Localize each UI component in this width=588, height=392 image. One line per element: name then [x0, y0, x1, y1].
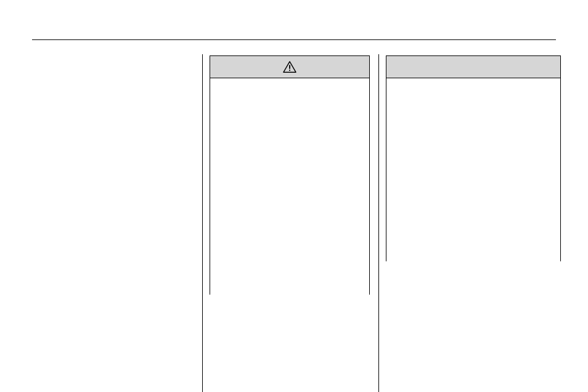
svg-rect-1 — [289, 70, 290, 71]
svg-rect-0 — [289, 65, 290, 68]
callout-box-left — [210, 55, 370, 295]
callout-box-left-header — [210, 56, 369, 78]
column-divider-left — [202, 54, 203, 392]
warning-icon — [283, 61, 296, 73]
callout-box-right-body — [386, 78, 560, 262]
callout-box-right-header — [386, 56, 560, 78]
callout-box-left-body — [210, 78, 369, 295]
column-divider-right — [378, 54, 379, 392]
callout-box-right — [386, 55, 561, 261]
top-horizontal-rule — [32, 39, 556, 40]
